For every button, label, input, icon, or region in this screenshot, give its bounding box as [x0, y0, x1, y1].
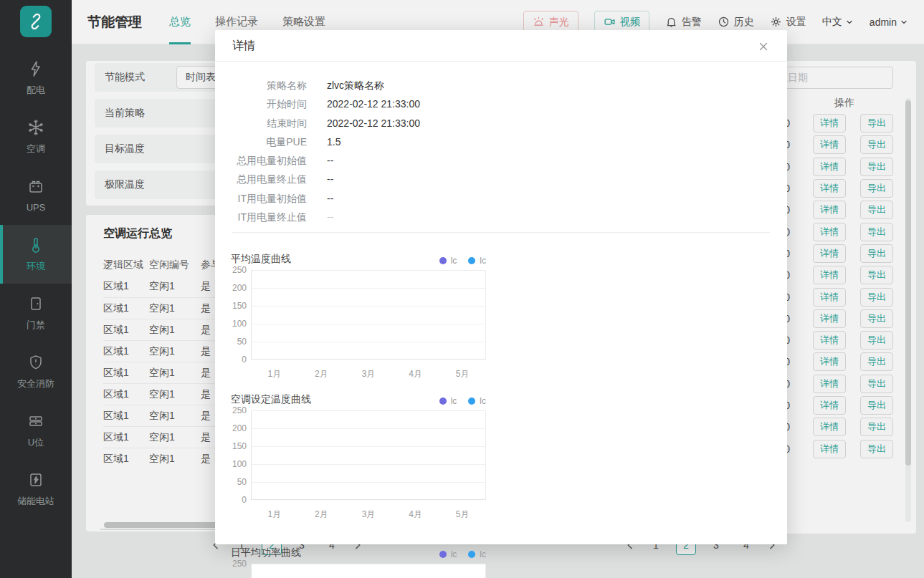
field-label: 电量PUE	[232, 133, 307, 151]
modal-title: 详情	[232, 39, 255, 54]
field-label: IT用电量终止值	[232, 208, 307, 226]
legend-item[interactable]: lc	[439, 396, 457, 406]
y-axis-tick: 250	[232, 265, 247, 275]
chart-legend: lc lc	[439, 256, 486, 266]
x-axis-tick: 5月	[439, 509, 486, 521]
x-axis-tick: 3月	[345, 509, 392, 521]
detail-field: 总用电量终止值 --	[232, 170, 770, 188]
chart-average-temperature: 平均温度曲线 lc lc 250200150100500	[231, 243, 486, 383]
y-axis: 250200150100500	[231, 265, 251, 365]
field-label: 策略名称	[232, 76, 307, 95]
x-axis: 1月2月3月4月5月	[251, 365, 486, 383]
chart-daily-average-power: 日平均功率曲线 lc lc 250200150100500	[231, 536, 486, 578]
detail-field: 总用电量初始值 --	[232, 151, 770, 170]
field-value: 2022-02-12 21:33:00	[327, 95, 420, 113]
x-axis-tick: 4月	[392, 509, 439, 521]
y-axis-tick: 0	[242, 495, 247, 505]
x-axis-tick: 2月	[298, 509, 346, 521]
plot-area	[251, 410, 486, 500]
legend-item[interactable]: lc	[468, 396, 486, 406]
y-axis-tick: 250	[232, 559, 247, 569]
field-value: --	[327, 151, 333, 170]
legend-label: lc	[451, 256, 457, 266]
y-axis-tick: 250	[232, 405, 247, 415]
legend-dot-icon	[468, 551, 475, 558]
gridline	[252, 307, 485, 324]
legend-label: lc	[480, 549, 486, 559]
field-value: 2022-02-12 21:33:00	[327, 114, 420, 133]
field-value: --	[327, 208, 333, 226]
x-axis-tick: 5月	[439, 368, 486, 380]
field-value: zlvc策略名称	[327, 76, 384, 95]
legend-item[interactable]: lc	[468, 549, 486, 559]
y-axis-tick: 150	[232, 301, 247, 311]
legend-item[interactable]: lc	[439, 549, 457, 559]
legend-label: lc	[480, 256, 486, 266]
y-axis-tick: 50	[237, 477, 247, 487]
x-axis-tick: 2月	[298, 368, 346, 380]
plot-area	[251, 564, 486, 578]
detail-field: IT用电量终止值 --	[232, 208, 770, 226]
field-label: IT用电量初始值	[232, 189, 307, 208]
legend-label: lc	[451, 396, 457, 406]
legend-dot-icon	[439, 257, 447, 264]
legend-label: lc	[451, 549, 457, 559]
legend-item[interactable]: lc	[468, 256, 486, 266]
close-icon[interactable]	[757, 40, 770, 53]
gridline	[252, 289, 485, 307]
gridline	[252, 483, 485, 500]
x-axis-tick: 1月	[251, 509, 298, 521]
gridline	[252, 564, 485, 578]
field-label: 开始时间	[232, 95, 307, 113]
y-axis-tick: 200	[232, 423, 247, 433]
legend-dot-icon	[468, 257, 475, 264]
gridline	[252, 429, 485, 447]
y-axis-tick: 100	[232, 459, 247, 469]
gridline	[252, 447, 485, 465]
field-value: 1.5	[327, 133, 340, 151]
y-axis-tick: 50	[237, 337, 247, 347]
gridline	[252, 324, 485, 342]
y-axis-tick: 0	[242, 355, 247, 365]
field-label: 总用电量初始值	[232, 151, 307, 170]
detail-field: IT用电量初始值 --	[232, 189, 770, 208]
chart-ac-set-temperature: 空调设定温度曲线 lc lc 250200150100500	[231, 383, 486, 524]
gridline	[252, 411, 485, 429]
field-value: --	[327, 170, 333, 188]
x-axis: 1月2月3月4月5月	[251, 505, 486, 524]
chart-legend: lc lc	[439, 549, 486, 559]
modal-header: 详情	[215, 30, 787, 62]
detail-field: 开始时间 2022-02-12 21:33:00	[232, 95, 770, 113]
x-axis-tick: 1月	[251, 368, 298, 380]
gridline	[252, 271, 485, 289]
detail-field: 结束时间 2022-02-12 21:33:00	[232, 114, 770, 133]
chart-title: 平均温度曲线	[231, 253, 291, 266]
y-axis-tick: 100	[232, 319, 247, 329]
field-value: --	[327, 189, 333, 208]
legend-dot-icon	[439, 551, 447, 558]
charts-section: 平均温度曲线 lc lc 250200150100500	[215, 233, 787, 578]
details-modal: 详情 策略名称 zlvc策略名称 开始时间 2022-02-12 21:33:0…	[215, 30, 787, 544]
chart-legend: lc lc	[439, 396, 486, 406]
detail-fields: 策略名称 zlvc策略名称 开始时间 2022-02-12 21:33:00 结…	[215, 62, 787, 226]
legend-item[interactable]: lc	[439, 256, 457, 266]
gridline	[252, 465, 485, 483]
detail-field: 电量PUE 1.5	[232, 133, 770, 151]
legend-dot-icon	[439, 398, 447, 405]
chart-title: 日平均功率曲线	[231, 546, 301, 559]
legend-dot-icon	[468, 398, 475, 405]
gridline	[252, 342, 485, 360]
detail-field: 策略名称 zlvc策略名称	[232, 76, 770, 95]
field-label: 结束时间	[232, 114, 307, 133]
x-axis-tick: 3月	[345, 368, 392, 380]
plot-area	[251, 270, 486, 360]
field-label: 总用电量终止值	[232, 170, 307, 188]
y-axis: 250200150100500	[231, 405, 251, 505]
chart-title: 空调设定温度曲线	[231, 393, 311, 406]
x-axis-tick: 4月	[392, 368, 439, 380]
y-axis-tick: 200	[232, 283, 247, 293]
y-axis: 250200150100500	[231, 559, 251, 578]
y-axis-tick: 150	[232, 441, 247, 451]
legend-label: lc	[480, 396, 486, 406]
